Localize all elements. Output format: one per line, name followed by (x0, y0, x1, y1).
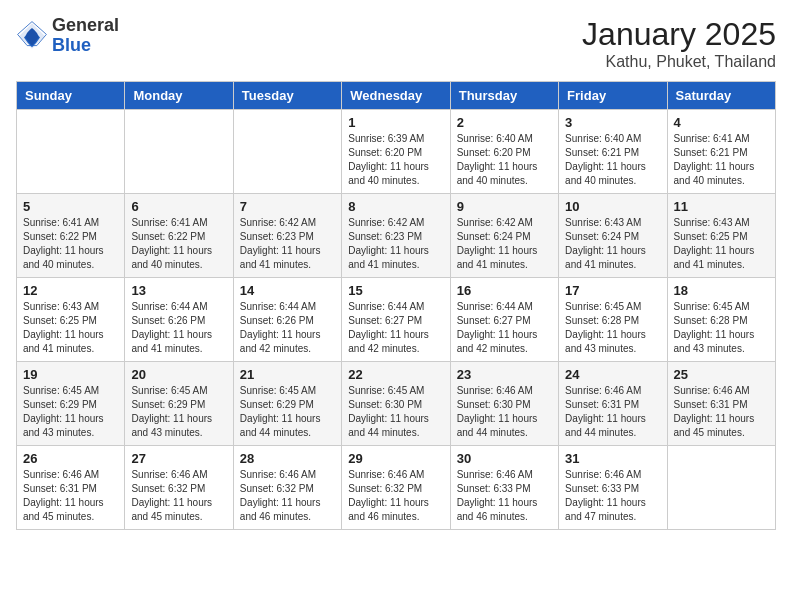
calendar-cell: 31Sunrise: 6:46 AM Sunset: 6:33 PM Dayli… (559, 446, 667, 530)
day-info: Sunrise: 6:44 AM Sunset: 6:26 PM Dayligh… (131, 300, 226, 356)
calendar-cell: 8Sunrise: 6:42 AM Sunset: 6:23 PM Daylig… (342, 194, 450, 278)
day-number: 25 (674, 367, 769, 382)
day-info: Sunrise: 6:41 AM Sunset: 6:21 PM Dayligh… (674, 132, 769, 188)
weekday-header: Monday (125, 82, 233, 110)
day-info: Sunrise: 6:40 AM Sunset: 6:21 PM Dayligh… (565, 132, 660, 188)
day-info: Sunrise: 6:43 AM Sunset: 6:25 PM Dayligh… (674, 216, 769, 272)
page-header: General Blue January 2025 Kathu, Phuket,… (16, 16, 776, 71)
day-number: 15 (348, 283, 443, 298)
day-info: Sunrise: 6:46 AM Sunset: 6:31 PM Dayligh… (23, 468, 118, 524)
day-info: Sunrise: 6:46 AM Sunset: 6:33 PM Dayligh… (457, 468, 552, 524)
day-info: Sunrise: 6:42 AM Sunset: 6:23 PM Dayligh… (348, 216, 443, 272)
calendar-cell: 9Sunrise: 6:42 AM Sunset: 6:24 PM Daylig… (450, 194, 558, 278)
calendar-cell: 19Sunrise: 6:45 AM Sunset: 6:29 PM Dayli… (17, 362, 125, 446)
weekday-header: Friday (559, 82, 667, 110)
calendar-cell: 18Sunrise: 6:45 AM Sunset: 6:28 PM Dayli… (667, 278, 775, 362)
logo: General Blue (16, 16, 119, 56)
day-number: 28 (240, 451, 335, 466)
calendar-cell: 2Sunrise: 6:40 AM Sunset: 6:20 PM Daylig… (450, 110, 558, 194)
day-info: Sunrise: 6:45 AM Sunset: 6:29 PM Dayligh… (23, 384, 118, 440)
calendar-week-row: 1Sunrise: 6:39 AM Sunset: 6:20 PM Daylig… (17, 110, 776, 194)
day-info: Sunrise: 6:45 AM Sunset: 6:29 PM Dayligh… (240, 384, 335, 440)
calendar-cell: 3Sunrise: 6:40 AM Sunset: 6:21 PM Daylig… (559, 110, 667, 194)
calendar-cell: 26Sunrise: 6:46 AM Sunset: 6:31 PM Dayli… (17, 446, 125, 530)
day-info: Sunrise: 6:41 AM Sunset: 6:22 PM Dayligh… (23, 216, 118, 272)
day-info: Sunrise: 6:43 AM Sunset: 6:24 PM Dayligh… (565, 216, 660, 272)
day-info: Sunrise: 6:46 AM Sunset: 6:31 PM Dayligh… (674, 384, 769, 440)
weekday-header: Sunday (17, 82, 125, 110)
calendar-week-row: 19Sunrise: 6:45 AM Sunset: 6:29 PM Dayli… (17, 362, 776, 446)
calendar-cell: 13Sunrise: 6:44 AM Sunset: 6:26 PM Dayli… (125, 278, 233, 362)
calendar-cell: 12Sunrise: 6:43 AM Sunset: 6:25 PM Dayli… (17, 278, 125, 362)
calendar-cell: 27Sunrise: 6:46 AM Sunset: 6:32 PM Dayli… (125, 446, 233, 530)
day-number: 24 (565, 367, 660, 382)
day-number: 11 (674, 199, 769, 214)
logo-blue-text: Blue (52, 35, 91, 55)
calendar-week-row: 12Sunrise: 6:43 AM Sunset: 6:25 PM Dayli… (17, 278, 776, 362)
calendar-cell: 16Sunrise: 6:44 AM Sunset: 6:27 PM Dayli… (450, 278, 558, 362)
logo-general-text: General (52, 15, 119, 35)
day-number: 8 (348, 199, 443, 214)
day-number: 16 (457, 283, 552, 298)
day-number: 13 (131, 283, 226, 298)
calendar-cell (667, 446, 775, 530)
calendar-cell: 28Sunrise: 6:46 AM Sunset: 6:32 PM Dayli… (233, 446, 341, 530)
weekday-header: Thursday (450, 82, 558, 110)
day-info: Sunrise: 6:45 AM Sunset: 6:30 PM Dayligh… (348, 384, 443, 440)
calendar-cell: 25Sunrise: 6:46 AM Sunset: 6:31 PM Dayli… (667, 362, 775, 446)
calendar-cell: 11Sunrise: 6:43 AM Sunset: 6:25 PM Dayli… (667, 194, 775, 278)
weekday-header: Saturday (667, 82, 775, 110)
month-title: January 2025 (582, 16, 776, 53)
day-number: 22 (348, 367, 443, 382)
location-title: Kathu, Phuket, Thailand (582, 53, 776, 71)
calendar-cell (233, 110, 341, 194)
day-info: Sunrise: 6:46 AM Sunset: 6:32 PM Dayligh… (348, 468, 443, 524)
calendar-cell: 29Sunrise: 6:46 AM Sunset: 6:32 PM Dayli… (342, 446, 450, 530)
day-info: Sunrise: 6:42 AM Sunset: 6:23 PM Dayligh… (240, 216, 335, 272)
calendar-cell: 6Sunrise: 6:41 AM Sunset: 6:22 PM Daylig… (125, 194, 233, 278)
calendar-cell (125, 110, 233, 194)
day-info: Sunrise: 6:43 AM Sunset: 6:25 PM Dayligh… (23, 300, 118, 356)
calendar-cell: 23Sunrise: 6:46 AM Sunset: 6:30 PM Dayli… (450, 362, 558, 446)
day-info: Sunrise: 6:44 AM Sunset: 6:27 PM Dayligh… (348, 300, 443, 356)
day-number: 21 (240, 367, 335, 382)
day-number: 14 (240, 283, 335, 298)
day-number: 17 (565, 283, 660, 298)
calendar-cell: 20Sunrise: 6:45 AM Sunset: 6:29 PM Dayli… (125, 362, 233, 446)
day-info: Sunrise: 6:40 AM Sunset: 6:20 PM Dayligh… (457, 132, 552, 188)
day-number: 6 (131, 199, 226, 214)
calendar-table: SundayMondayTuesdayWednesdayThursdayFrid… (16, 81, 776, 530)
day-info: Sunrise: 6:44 AM Sunset: 6:27 PM Dayligh… (457, 300, 552, 356)
logo-icon (16, 20, 48, 52)
calendar-cell: 30Sunrise: 6:46 AM Sunset: 6:33 PM Dayli… (450, 446, 558, 530)
day-info: Sunrise: 6:44 AM Sunset: 6:26 PM Dayligh… (240, 300, 335, 356)
calendar-cell: 22Sunrise: 6:45 AM Sunset: 6:30 PM Dayli… (342, 362, 450, 446)
day-number: 7 (240, 199, 335, 214)
calendar-week-row: 26Sunrise: 6:46 AM Sunset: 6:31 PM Dayli… (17, 446, 776, 530)
day-number: 10 (565, 199, 660, 214)
day-number: 29 (348, 451, 443, 466)
calendar-cell: 21Sunrise: 6:45 AM Sunset: 6:29 PM Dayli… (233, 362, 341, 446)
day-info: Sunrise: 6:45 AM Sunset: 6:29 PM Dayligh… (131, 384, 226, 440)
calendar-cell (17, 110, 125, 194)
day-info: Sunrise: 6:46 AM Sunset: 6:31 PM Dayligh… (565, 384, 660, 440)
day-number: 12 (23, 283, 118, 298)
calendar-week-row: 5Sunrise: 6:41 AM Sunset: 6:22 PM Daylig… (17, 194, 776, 278)
day-number: 4 (674, 115, 769, 130)
day-number: 18 (674, 283, 769, 298)
day-info: Sunrise: 6:39 AM Sunset: 6:20 PM Dayligh… (348, 132, 443, 188)
day-info: Sunrise: 6:42 AM Sunset: 6:24 PM Dayligh… (457, 216, 552, 272)
day-number: 20 (131, 367, 226, 382)
weekday-header: Tuesday (233, 82, 341, 110)
day-info: Sunrise: 6:46 AM Sunset: 6:30 PM Dayligh… (457, 384, 552, 440)
day-info: Sunrise: 6:45 AM Sunset: 6:28 PM Dayligh… (565, 300, 660, 356)
calendar-cell: 10Sunrise: 6:43 AM Sunset: 6:24 PM Dayli… (559, 194, 667, 278)
calendar-cell: 24Sunrise: 6:46 AM Sunset: 6:31 PM Dayli… (559, 362, 667, 446)
weekday-header-row: SundayMondayTuesdayWednesdayThursdayFrid… (17, 82, 776, 110)
day-number: 23 (457, 367, 552, 382)
day-number: 19 (23, 367, 118, 382)
day-number: 26 (23, 451, 118, 466)
day-info: Sunrise: 6:46 AM Sunset: 6:32 PM Dayligh… (131, 468, 226, 524)
day-info: Sunrise: 6:41 AM Sunset: 6:22 PM Dayligh… (131, 216, 226, 272)
day-number: 1 (348, 115, 443, 130)
